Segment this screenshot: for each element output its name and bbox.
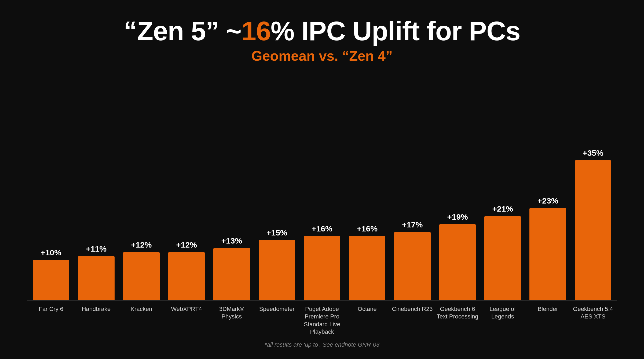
bar-label-speedometer: Speedometer bbox=[255, 305, 298, 336]
bar-group-handbrake: +11% bbox=[75, 145, 118, 300]
bar-group-3dmark-physics: +13% bbox=[210, 145, 253, 300]
bar-3dmark-physics bbox=[213, 248, 250, 300]
bar-kracken bbox=[123, 252, 160, 300]
bar-pct-speedometer: +15% bbox=[266, 228, 287, 237]
bar-pct-3dmark-physics: +13% bbox=[221, 236, 242, 245]
bar-label-handbrake: Handbrake bbox=[75, 305, 118, 336]
bar-label-3dmark-physics: 3DMark® Physics bbox=[210, 305, 253, 336]
title-area: “Zen 5” ~16% IPC Uplift for PCs Geomean … bbox=[124, 16, 520, 64]
bar-pct-octane: +16% bbox=[357, 224, 378, 233]
bar-pct-geekbench6-text: +19% bbox=[447, 212, 468, 222]
bar-label-webxprt4: WebXPRT4 bbox=[165, 305, 208, 336]
bar-label-puget-adobe: Puget Adobe Premiere Pro Standard Live P… bbox=[301, 305, 343, 336]
bars-area: +10%+11%+12%+12%+13%+15%+16%+16%+17%+19%… bbox=[27, 145, 617, 300]
bar-group-geekbench54-aes: +35% bbox=[572, 145, 614, 300]
bar-far-cry-6 bbox=[33, 260, 69, 300]
title-prefix: “Zen 5” ~ bbox=[124, 16, 241, 46]
bar-pct-geekbench54-aes: +35% bbox=[583, 148, 603, 158]
bar-label-blender: Blender bbox=[526, 305, 569, 336]
bar-label-geekbench6-text: Geekbench 6 Text Processing bbox=[436, 305, 479, 336]
bar-pct-cinebench-r23: +17% bbox=[402, 220, 423, 229]
bar-octane bbox=[349, 236, 385, 300]
bar-pct-webxprt4: +12% bbox=[176, 240, 197, 249]
bar-puget-adobe bbox=[304, 236, 340, 300]
bar-handbrake bbox=[78, 256, 114, 300]
bar-group-octane: +16% bbox=[346, 145, 389, 300]
bar-speedometer bbox=[259, 240, 295, 300]
title-suffix: % IPC Uplift for PCs bbox=[271, 16, 520, 46]
bar-pct-blender: +23% bbox=[537, 196, 558, 205]
footnote: *all results are ‘up to’. See endnote GN… bbox=[265, 341, 379, 348]
chart-container: +10%+11%+12%+12%+13%+15%+16%+16%+17%+19%… bbox=[21, 72, 623, 336]
bar-group-kracken: +12% bbox=[120, 145, 163, 300]
subtitle: Geomean vs. “Zen 4” bbox=[124, 48, 520, 64]
bar-pct-handbrake: +11% bbox=[86, 244, 107, 253]
bar-group-league-legends: +21% bbox=[481, 145, 524, 300]
bar-webxprt4 bbox=[168, 252, 205, 300]
bar-group-puget-adobe: +16% bbox=[301, 145, 343, 300]
slide: “Zen 5” ~16% IPC Uplift for PCs Geomean … bbox=[0, 0, 644, 359]
bar-group-geekbench6-text: +19% bbox=[436, 145, 479, 300]
bar-cinebench-r23 bbox=[394, 232, 431, 300]
bar-pct-kracken: +12% bbox=[131, 240, 152, 249]
bar-label-octane: Octane bbox=[346, 305, 389, 336]
bar-pct-puget-adobe: +16% bbox=[312, 224, 332, 233]
bar-label-league-legends: League of Legends bbox=[481, 305, 524, 336]
bar-group-blender: +23% bbox=[526, 145, 569, 300]
bar-label-geekbench54-aes: Geekbench 5.4 AES XTS bbox=[572, 305, 614, 336]
bar-geekbench54-aes bbox=[575, 160, 611, 300]
bar-group-far-cry-6: +10% bbox=[30, 145, 72, 300]
bar-geekbench6-text bbox=[439, 224, 476, 300]
bar-label-cinebench-r23: Cinebench R23 bbox=[391, 305, 434, 336]
bar-label-far-cry-6: Far Cry 6 bbox=[30, 305, 72, 336]
bar-league-legends bbox=[484, 216, 521, 300]
bar-group-cinebench-r23: +17% bbox=[391, 145, 434, 300]
main-title: “Zen 5” ~16% IPC Uplift for PCs bbox=[124, 16, 520, 46]
bar-pct-far-cry-6: +10% bbox=[41, 248, 61, 257]
bar-pct-league-legends: +21% bbox=[492, 204, 513, 213]
bar-group-webxprt4: +12% bbox=[165, 145, 208, 300]
bar-blender bbox=[529, 208, 566, 300]
title-highlight: 16 bbox=[241, 16, 271, 46]
bar-group-speedometer: +15% bbox=[255, 145, 298, 300]
labels-area: Far Cry 6HandbrakeKrackenWebXPRT43DMark®… bbox=[27, 300, 617, 336]
bar-label-kracken: Kracken bbox=[120, 305, 163, 336]
